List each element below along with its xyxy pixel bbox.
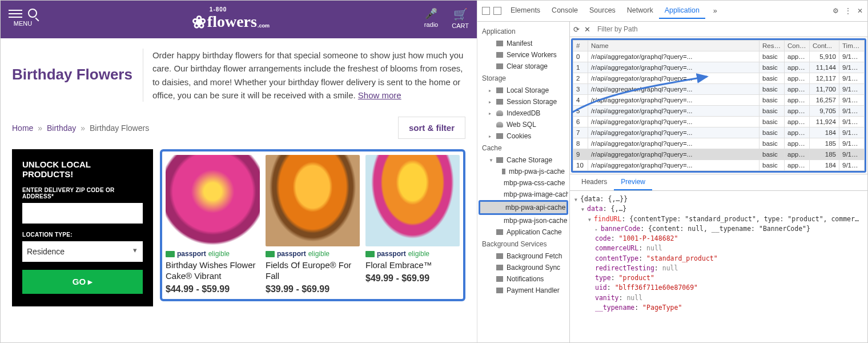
- sidebar-section: Application: [479, 25, 568, 38]
- sidebar-item[interactable]: Notifications: [479, 273, 568, 285]
- table-row[interactable]: 5/r/api/aggregator/graphql?query=...basi…: [573, 106, 865, 117]
- page-title: Birthday Flowers: [12, 49, 132, 83]
- sidebar-item[interactable]: Manifest: [479, 38, 568, 49]
- storage-icon: [496, 276, 503, 282]
- inspect-icon[interactable]: [482, 7, 490, 15]
- product-price: $39.99 - $69.99: [266, 284, 360, 294]
- table-row[interactable]: 1/r/api/aggregator/graphql?query=...basi…: [573, 62, 865, 73]
- sidebar-item[interactable]: Service Workers: [479, 49, 568, 61]
- sort-filter-button[interactable]: sort & filter: [398, 117, 465, 139]
- zip-title: UNLOCK LOCAL PRODUCTS!: [22, 159, 143, 179]
- column-header[interactable]: #: [573, 41, 588, 51]
- table-row[interactable]: 10/r/api/aggregator/graphql?query=...bas…: [573, 160, 865, 171]
- sidebar-item[interactable]: Clear storage: [479, 61, 568, 72]
- column-header[interactable]: Time ...: [839, 41, 865, 51]
- sidebar-item[interactable]: mbp-pwa-css-cache: [479, 177, 568, 189]
- menu-button[interactable]: MENU: [9, 10, 37, 27]
- product-image: [266, 155, 360, 246]
- crumb-home[interactable]: Home: [12, 123, 33, 133]
- go-button[interactable]: GO ▸: [22, 270, 143, 294]
- hamburger-icon: [9, 13, 22, 14]
- devtools-panel: ElementsConsoleSourcesNetworkApplication…: [477, 1, 867, 342]
- devtools-tab-network[interactable]: Network: [621, 3, 659, 19]
- product-card[interactable]: passport eligibleBirthday Wishes Flower …: [166, 155, 260, 294]
- show-more-link[interactable]: Show more: [358, 90, 401, 100]
- product-name: Birthday Wishes Flower Cake® Vibrant: [166, 260, 260, 282]
- sidebar-item[interactable]: ▼Cache Storage: [479, 154, 568, 166]
- sidebar-item[interactable]: ▸Cookies: [479, 130, 568, 142]
- table-row[interactable]: 0/r/api/aggregator/graphql?query=...basi…: [573, 51, 865, 62]
- table-row[interactable]: 2/r/api/aggregator/graphql?query=...basi…: [573, 73, 865, 84]
- site-logo[interactable]: ❀ 1-800 flowers .com: [192, 6, 270, 31]
- site-topbar: MENU ❀ 1-800 flowers .com 🎤 radio: [1, 1, 477, 38]
- location-type-select[interactable]: Residence: [22, 241, 143, 262]
- table-row[interactable]: 9/r/api/aggregator/graphql?query=...basi…: [573, 149, 865, 160]
- close-icon[interactable]: ✕: [857, 7, 863, 15]
- zip-input[interactable]: [22, 203, 143, 224]
- sidebar-item[interactable]: Background Sync: [479, 262, 568, 273]
- sidebar-item[interactable]: ▸Local Storage: [479, 85, 568, 96]
- sidebar-item[interactable]: mbp-pwa-json-cache: [479, 215, 568, 226]
- storage-icon: [496, 122, 503, 127]
- location-type-label: LOCATION TYPE:: [22, 232, 143, 238]
- storage-icon: [496, 265, 503, 270]
- crumb-birthday[interactable]: Birthday: [47, 123, 76, 133]
- tabs-overflow[interactable]: »: [708, 3, 723, 18]
- clear-icon[interactable]: ✕: [584, 25, 590, 34]
- sidebar-item[interactable]: mbp-pwa-js-cache: [479, 166, 568, 177]
- sidebar-item[interactable]: Background Fetch: [479, 250, 568, 262]
- product-image: [365, 155, 460, 246]
- table-row[interactable]: 3/r/api/aggregator/graphql?query=...basi…: [573, 84, 865, 95]
- cache-table-highlight: #NameResp...Cont...Cont...Time ... 0/r/a…: [571, 38, 866, 173]
- sidebar-item[interactable]: mbp-pwa-api-cache: [479, 200, 568, 215]
- column-header[interactable]: Cont...: [785, 41, 810, 51]
- search-icon: [28, 9, 37, 18]
- table-row[interactable]: 7/r/api/aggregator/graphql?query=...basi…: [573, 127, 865, 138]
- gear-icon[interactable]: ⚙: [833, 7, 839, 15]
- product-card[interactable]: passport eligibleFloral Embrace™$49.99 -…: [365, 155, 460, 294]
- product-card[interactable]: passport eligibleFields Of Europe® For F…: [266, 155, 360, 294]
- column-header[interactable]: Name: [588, 41, 760, 51]
- table-row[interactable]: 8/r/api/aggregator/graphql?query=...basi…: [573, 138, 865, 149]
- devtools-tab-console[interactable]: Console: [546, 3, 584, 19]
- sidebar-item[interactable]: mbp-pwa-image-cache: [479, 189, 568, 200]
- radio-button[interactable]: 🎤 radio: [424, 7, 438, 29]
- truck-icon: [365, 251, 375, 257]
- device-icon[interactable]: [493, 7, 501, 15]
- storage-icon: [496, 288, 503, 293]
- cache-table[interactable]: #NameResp...Cont...Cont...Time ... 0/r/a…: [573, 40, 865, 171]
- refresh-icon[interactable]: ⟳: [573, 25, 580, 34]
- filter-input[interactable]: [595, 24, 864, 34]
- pane-tab-headers[interactable]: Headers: [574, 174, 614, 190]
- mic-icon: 🎤: [425, 7, 437, 20]
- kebab-icon[interactable]: ⋮: [845, 7, 851, 15]
- devtools-tab-sources[interactable]: Sources: [584, 3, 621, 19]
- product-price: $49.99 - $69.99: [365, 273, 460, 284]
- column-header[interactable]: Resp...: [760, 41, 785, 51]
- sidebar-section: Cache: [479, 142, 568, 154]
- storage-icon: [496, 133, 503, 139]
- sidebar-item[interactable]: Payment Handler: [479, 285, 568, 296]
- pane-tab-preview[interactable]: Preview: [614, 174, 652, 190]
- sidebar-item[interactable]: ▸IndexedDB: [479, 107, 568, 119]
- table-row[interactable]: 4/r/api/aggregator/graphql?query=...basi…: [573, 95, 865, 106]
- cart-button[interactable]: 🛒 CART: [452, 7, 469, 29]
- product-name: Fields Of Europe® For Fall: [266, 260, 360, 282]
- preview-pane[interactable]: ▼{data: {,…}}▼data: {,…}▼findURL: {conte…: [570, 191, 867, 342]
- devtools-tab-elements[interactable]: Elements: [505, 3, 546, 19]
- sidebar-item[interactable]: Application Cache: [479, 226, 568, 238]
- zip-label: ENTER DELIVERY ZIP CODE OR ADDRESS*: [22, 187, 143, 200]
- sidebar-item[interactable]: ▸Session Storage: [479, 96, 568, 107]
- devtools-tab-application[interactable]: Application: [659, 3, 705, 19]
- sidebar-section: Background Services: [479, 238, 568, 250]
- storage-icon: [496, 157, 503, 163]
- sidebar-item[interactable]: Web SQL: [479, 119, 568, 130]
- passport-badge: passport eligible: [365, 250, 460, 258]
- column-header[interactable]: Cont...: [810, 41, 839, 51]
- table-row[interactable]: 6/r/api/aggregator/graphql?query=...basi…: [573, 117, 865, 127]
- sidebar-section: Storage: [479, 72, 568, 85]
- devtools-sidebar: ApplicationManifestService WorkersClear …: [477, 22, 570, 342]
- storage-icon: [496, 110, 503, 116]
- storage-icon: [496, 52, 503, 58]
- menu-label: MENU: [14, 20, 32, 27]
